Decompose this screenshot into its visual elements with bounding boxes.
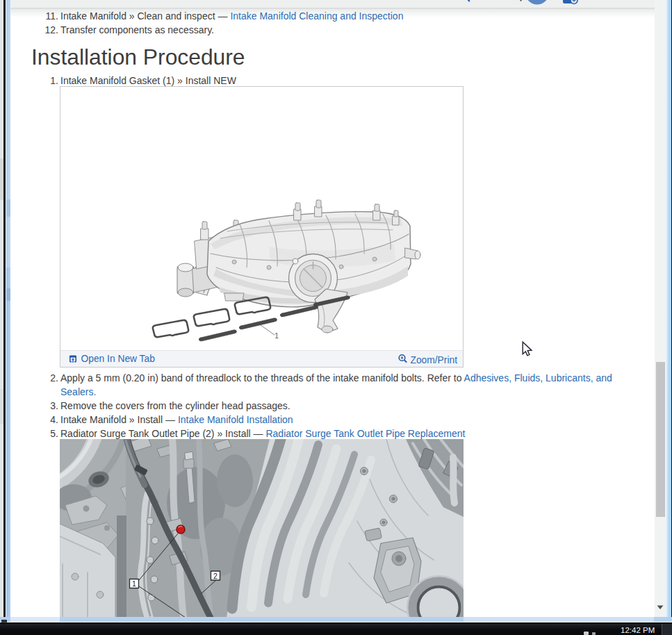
svg-text:1: 1: [132, 579, 136, 588]
svg-text:2: 2: [213, 571, 218, 579]
svg-text:1: 1: [274, 331, 279, 340]
